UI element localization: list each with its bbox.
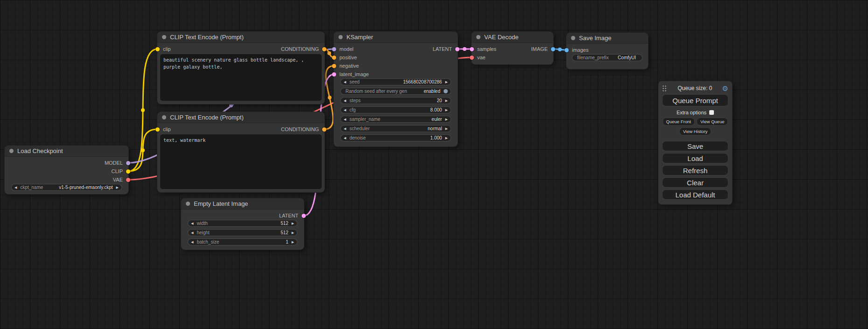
output-port-conditioning[interactable] bbox=[322, 47, 326, 51]
input-port-samples[interactable] bbox=[470, 47, 474, 51]
load-button[interactable]: Load bbox=[662, 153, 728, 163]
node-title-bar[interactable]: KSampler bbox=[334, 32, 458, 43]
output-port-vae[interactable] bbox=[126, 178, 130, 182]
increment-arrow-icon[interactable]: ▶ bbox=[445, 127, 448, 130]
increment-arrow-icon[interactable]: ▶ bbox=[116, 186, 119, 189]
extra-options-checkbox[interactable] bbox=[709, 110, 714, 115]
node-vae-decode[interactable]: VAE Decode samples IMAGE vae bbox=[472, 32, 553, 64]
node-title-bar[interactable]: CLIP Text Encode (Prompt) bbox=[157, 32, 325, 43]
output-port-latent[interactable] bbox=[455, 47, 459, 51]
increment-arrow-icon[interactable]: ▶ bbox=[445, 80, 448, 84]
output-port-clip[interactable] bbox=[126, 169, 130, 174]
negative-prompt-textarea[interactable]: text, watermark bbox=[160, 134, 322, 189]
link-midpoint-dot bbox=[328, 96, 332, 99]
increment-arrow-icon[interactable]: ▶ bbox=[445, 136, 448, 140]
history-buttons-row: View History bbox=[662, 127, 728, 135]
decrement-arrow-icon[interactable]: ◀ bbox=[344, 118, 346, 121]
decrement-arrow-icon[interactable]: ◀ bbox=[344, 108, 346, 112]
slot-row: vae bbox=[472, 53, 553, 62]
view-queue-button[interactable]: View Queue bbox=[697, 118, 728, 126]
queue-front-button[interactable]: Queue Front bbox=[663, 118, 695, 126]
slot-row: images bbox=[566, 46, 648, 54]
positive-prompt-textarea[interactable]: beautiful scenery nature glass bottle la… bbox=[160, 54, 322, 101]
increment-arrow-icon[interactable]: ▶ bbox=[292, 222, 294, 225]
output-label-latent: LATENT bbox=[433, 46, 452, 52]
node-title-bar[interactable]: Load Checkpoint bbox=[5, 146, 128, 157]
decrement-arrow-icon[interactable]: ◀ bbox=[344, 136, 346, 140]
node-collapse-dot[interactable] bbox=[162, 35, 166, 39]
output-port-image[interactable] bbox=[551, 47, 555, 51]
drag-handle-icon[interactable] bbox=[662, 85, 667, 91]
wire-clip-to-negative-encode bbox=[128, 129, 157, 171]
node-ksampler[interactable]: KSampler model LATENT positive negative … bbox=[334, 32, 458, 147]
slot-row: positive bbox=[334, 53, 458, 62]
node-collapse-dot[interactable] bbox=[162, 115, 166, 119]
input-port-images[interactable] bbox=[565, 48, 569, 52]
input-port-clip[interactable] bbox=[155, 127, 160, 132]
slot-row: model LATENT bbox=[334, 45, 458, 53]
queue-buttons-row: Queue Front View Queue bbox=[662, 118, 728, 126]
denoise-widget[interactable]: ◀ denoise 1.000 ▶ bbox=[340, 134, 451, 141]
queue-prompt-button[interactable]: Queue Prompt bbox=[662, 94, 728, 106]
decrement-arrow-icon[interactable]: ◀ bbox=[191, 231, 193, 234]
height-widget[interactable]: ◀ height 512 ▶ bbox=[188, 229, 297, 236]
widget-value: 1 bbox=[222, 239, 288, 245]
input-port-positive[interactable] bbox=[332, 56, 336, 60]
node-collapse-dot[interactable] bbox=[476, 35, 480, 39]
input-port-vae[interactable] bbox=[470, 56, 474, 60]
increment-arrow-icon[interactable]: ▶ bbox=[445, 118, 448, 121]
node-collapse-dot[interactable] bbox=[339, 35, 343, 39]
filename-prefix-widget[interactable]: filename_prefix ComfyUI bbox=[572, 54, 642, 61]
slot-row: clip CONDITIONING bbox=[157, 45, 325, 53]
save-button[interactable]: Save bbox=[662, 141, 728, 151]
toggle-knob[interactable] bbox=[444, 89, 448, 93]
node-clip-text-encode-positive[interactable]: CLIP Text Encode (Prompt) clip CONDITION… bbox=[157, 32, 325, 104]
decrement-arrow-icon[interactable]: ◀ bbox=[191, 240, 193, 244]
output-port-latent[interactable] bbox=[302, 214, 306, 218]
input-port-clip[interactable] bbox=[155, 47, 160, 51]
node-load-checkpoint[interactable]: Load Checkpoint MODEL CLIP VAE ◀ ckpt_na… bbox=[5, 146, 128, 194]
output-port-conditioning[interactable] bbox=[322, 127, 326, 132]
node-title-bar[interactable]: Empty Latent Image bbox=[181, 198, 304, 210]
decrement-arrow-icon[interactable]: ◀ bbox=[191, 222, 193, 225]
input-port-model[interactable] bbox=[332, 47, 336, 51]
output-port-model[interactable] bbox=[126, 161, 130, 165]
scheduler-widget[interactable]: ◀ scheduler normal ▶ bbox=[340, 125, 451, 132]
node-collapse-dot[interactable] bbox=[571, 36, 575, 40]
node-clip-text-encode-negative[interactable]: CLIP Text Encode (Prompt) clip CONDITION… bbox=[157, 112, 325, 192]
steps-widget[interactable]: ◀ steps 20 ▶ bbox=[340, 97, 451, 104]
settings-gear-icon[interactable]: ⚙ bbox=[722, 85, 728, 92]
decrement-arrow-icon[interactable]: ◀ bbox=[344, 99, 346, 102]
batch-size-widget[interactable]: ◀ batch_size 1 ▶ bbox=[188, 238, 297, 245]
cfg-widget[interactable]: ◀ cfg 8.000 ▶ bbox=[340, 106, 451, 113]
comfyui-canvas[interactable]: { "colors": { "model": "#B39DDB", "clip"… bbox=[0, 0, 868, 329]
refresh-button[interactable]: Refresh bbox=[662, 165, 728, 175]
node-empty-latent-image[interactable]: Empty Latent Image LATENT ◀ width 512 ▶ … bbox=[181, 198, 304, 250]
decrement-arrow-icon[interactable]: ◀ bbox=[344, 80, 346, 84]
node-save-image[interactable]: Save Image images filename_prefix ComfyU… bbox=[566, 33, 648, 69]
random-seed-toggle-widget[interactable]: Random seed after every gen enabled bbox=[340, 88, 451, 95]
increment-arrow-icon[interactable]: ▶ bbox=[292, 240, 294, 244]
load-default-button[interactable]: Load Default bbox=[662, 189, 728, 200]
node-title-bar[interactable]: VAE Decode bbox=[472, 32, 553, 43]
sampler-name-widget[interactable]: ◀ sampler_name euler ▶ bbox=[340, 116, 451, 123]
slot-row: LATENT bbox=[181, 211, 304, 220]
decrement-arrow-icon[interactable]: ◀ bbox=[344, 127, 346, 130]
node-collapse-dot[interactable] bbox=[186, 202, 190, 206]
input-port-negative[interactable] bbox=[332, 64, 336, 68]
decrement-arrow-icon[interactable]: ◀ bbox=[14, 186, 17, 189]
width-widget[interactable]: ◀ width 512 ▶ bbox=[188, 220, 297, 227]
node-title-bar[interactable]: Save Image bbox=[566, 33, 648, 44]
increment-arrow-icon[interactable]: ▶ bbox=[292, 231, 294, 234]
extra-options-row: Extra options bbox=[662, 110, 728, 115]
node-title-bar[interactable]: CLIP Text Encode (Prompt) bbox=[157, 112, 325, 123]
clear-button[interactable]: Clear bbox=[662, 177, 728, 188]
increment-arrow-icon[interactable]: ▶ bbox=[445, 108, 448, 112]
input-port-latent-image[interactable] bbox=[332, 72, 336, 77]
output-label-conditioning: CONDITIONING bbox=[281, 46, 319, 52]
increment-arrow-icon[interactable]: ▶ bbox=[445, 99, 448, 102]
seed-widget[interactable]: ◀ seed 156680208700286 ▶ bbox=[340, 78, 451, 85]
node-collapse-dot[interactable] bbox=[9, 149, 14, 153]
ckpt-name-widget[interactable]: ◀ ckpt_name v1-5-pruned-emaonly.ckpt ▶ bbox=[11, 184, 122, 191]
view-history-button[interactable]: View History bbox=[679, 127, 712, 135]
